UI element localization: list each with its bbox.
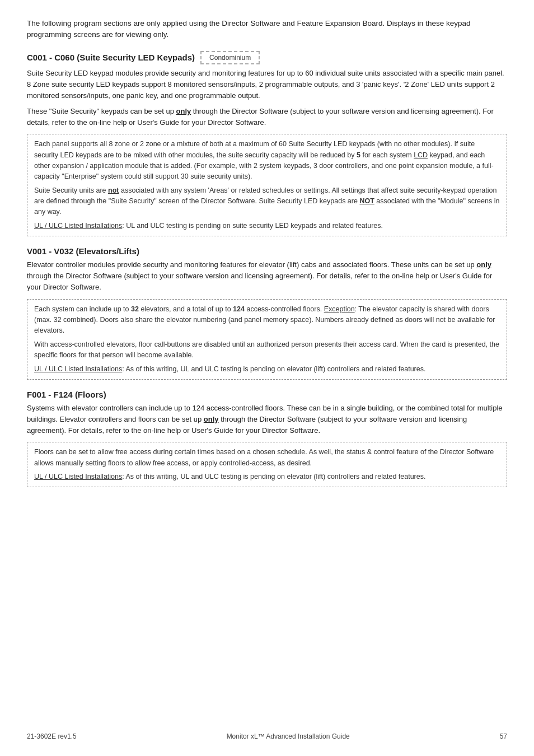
section-v001: V001 - V032 (Elevators/Lifts) Elevator c…: [27, 246, 507, 380]
v001-exception-underline: Exception: [324, 305, 355, 313]
section-c001-dashed-p1: Each panel supports all 8 zone or 2 zone…: [34, 139, 500, 183]
f001-ul-ulc-link: UL / ULC Listed Installations: [34, 473, 122, 480]
condominium-badge: Condominium: [200, 51, 260, 64]
section-c001-body2-bold: only: [176, 107, 191, 115]
section-v001-body1-pre: Elevator controller modules provide secu…: [27, 260, 476, 269]
section-v001-heading: V001 - V032 (Elevators/Lifts): [27, 246, 507, 256]
section-v001-dashed-box: Each system can include up to 32 elevato…: [27, 299, 507, 380]
section-c001-body: Suite Security LED keypad modules provid…: [27, 68, 507, 129]
section-v001-dashed-p1: Each system can include up to 32 elevato…: [34, 304, 500, 337]
section-c001-body2: These "Suite Security" keypads can be se…: [27, 106, 507, 128]
c001-not-bold-underline: not: [108, 186, 119, 194]
c001-NOT-bold-underline: NOT: [359, 197, 374, 205]
section-f001-dashed-box: Floors can be set to allow free access d…: [27, 442, 507, 487]
section-f001-title: F001 - F124 (Floors): [27, 390, 106, 399]
section-v001-dashed-p2: With access-controlled elevators, floor …: [34, 339, 500, 361]
section-v001-body1: Elevator controller modules provide secu…: [27, 259, 507, 293]
section-f001-dashed-p1: Floors can be set to allow free access d…: [34, 447, 500, 469]
section-c001-dashed-p3: UL / ULC Listed Installations: UL and UL…: [34, 221, 500, 231]
section-f001-body1: Systems with elevator controllers can in…: [27, 403, 507, 436]
section-v001-dashed-p3: UL / ULC Listed Installations: As of thi…: [34, 364, 500, 375]
section-f001-body: Systems with elevator controllers can in…: [27, 403, 507, 436]
section-v001-body: Elevator controller modules provide secu…: [27, 259, 507, 293]
footer-left: 21-3602E rev1.5: [27, 732, 77, 740]
c001-bold-5: 5: [357, 151, 360, 159]
page-footer: 21-3602E rev1.5 Monitor xL™ Advanced Ins…: [0, 732, 534, 740]
v001-bold-32: 32: [131, 305, 139, 313]
section-f001-body1-bold: only: [204, 415, 219, 423]
section-f001-heading: F001 - F124 (Floors): [27, 390, 507, 399]
section-v001-title: V001 - V032 (Elevators/Lifts): [27, 246, 139, 256]
section-c001-dashed-box: Each panel supports all 8 zone or 2 zone…: [27, 134, 507, 236]
section-c001-body2-pre: These "Suite Security" keypads can be se…: [27, 107, 176, 115]
v001-ul-ulc-link: UL / ULC Listed Installations: [34, 365, 122, 373]
section-v001-body1-post: through the Director Software (subject t…: [27, 272, 492, 291]
footer-center: Monitor xL™ Advanced Installation Guide: [227, 732, 350, 740]
section-c001: C001 - C060 (Suite Security LED Keypads)…: [27, 51, 507, 237]
intro-paragraph: The following program sections are only …: [27, 18, 507, 41]
section-v001-body1-bold: only: [476, 260, 491, 269]
section-c001-dashed-p2: Suite Security units are not associated …: [34, 185, 500, 218]
section-f001-dashed-p2: UL / ULC Listed Installations: As of thi…: [34, 472, 500, 482]
v001-bold-124: 124: [233, 305, 245, 313]
c001-ul-ulc-link: UL / ULC Listed Installations: [34, 222, 122, 230]
section-c001-body1: Suite Security LED keypad modules provid…: [27, 68, 507, 101]
c001-underline-lcd: LCD: [414, 151, 428, 159]
footer-right: 57: [500, 732, 507, 740]
section-c001-heading: C001 - C060 (Suite Security LED Keypads)…: [27, 51, 507, 64]
section-f001: F001 - F124 (Floors) Systems with elevat…: [27, 390, 507, 488]
section-c001-title: C001 - C060 (Suite Security LED Keypads): [27, 53, 195, 62]
